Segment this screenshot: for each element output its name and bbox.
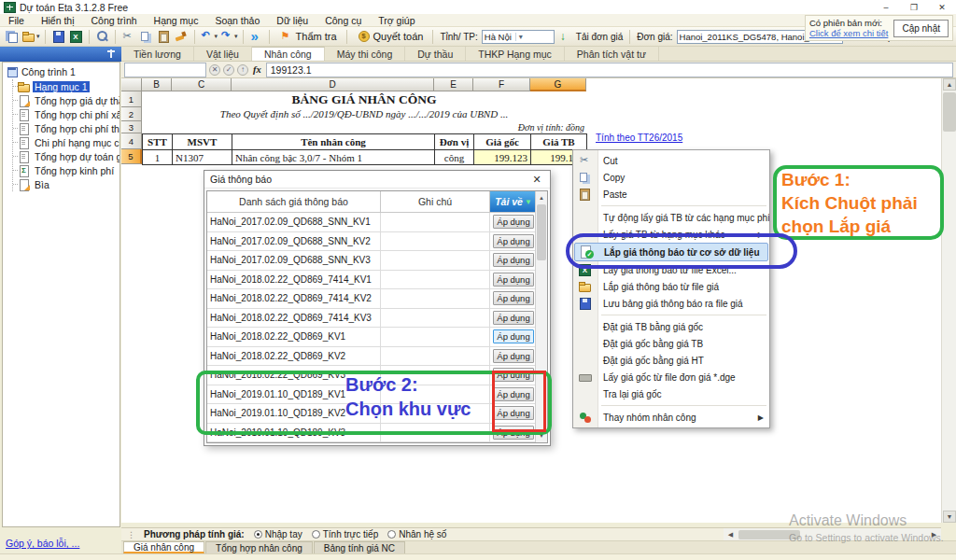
price-list-note[interactable] [381, 385, 490, 404]
province-combobox[interactable]: Hà Nội▾ [482, 30, 555, 44]
dialog-close-icon[interactable]: ✕ [529, 174, 544, 186]
scroll-right-icon[interactable]: ▶ [928, 529, 940, 540]
tree-item-goi-thau[interactable]: Tổng hợp dự toán gói thầu [13, 149, 120, 163]
open-button[interactable]: ▾ [21, 29, 40, 45]
cell-gia-goc[interactable]: 199.123 [474, 150, 531, 165]
price-list-note[interactable] [381, 404, 490, 423]
menu-item-cut[interactable]: Cut [573, 152, 769, 169]
workbook-tab[interactable]: Vật liệu [194, 47, 252, 61]
workbook-tab[interactable]: Phân tích vật tư [565, 47, 659, 61]
menubar-item[interactable]: Hạng mục [146, 15, 207, 26]
workbook-tab[interactable]: Máy thi công [325, 47, 406, 61]
paste-button[interactable] [156, 29, 172, 45]
column-header[interactable]: G [530, 78, 586, 91]
scroll-left-icon[interactable]: ◀ [724, 529, 737, 540]
menubar-item[interactable]: Hiển thị [33, 15, 83, 26]
column-header[interactable]: F [473, 78, 530, 91]
export-excel-button[interactable] [68, 29, 84, 45]
apply-button[interactable]: Áp dụng [493, 234, 534, 248]
tree-item-chi-phi-thiet-bi[interactable]: Tổng hợp chi phí thiết bị [13, 121, 120, 135]
tham-tra-button[interactable]: Thẩm tra [274, 29, 342, 45]
menu-item-luu-bang-gia[interactable]: Lưu bảng giá thông báo ra file giá [573, 295, 769, 312]
tree-item-kinh-phi[interactable]: Tổng hợp kinh phí [13, 163, 120, 177]
radio-nhap-tay[interactable]: Nhập tay [254, 529, 302, 539]
row-header[interactable]: 1 [121, 91, 142, 107]
horizontal-scrollbar[interactable]: ◀ ▶ [724, 527, 941, 540]
row-header[interactable]: 5 [121, 149, 142, 164]
col-tai-ve[interactable]: Tải về▼ [490, 191, 537, 212]
dialog-title-bar[interactable]: Giá thông báo ✕ [204, 171, 550, 189]
apply-button[interactable]: Áp dụng [493, 329, 534, 343]
price-list-name[interactable]: HaNoi_2017.02.09_QD688_SNN_KV1 [207, 213, 381, 231]
sheet-tab[interactable]: Giá nhân công [123, 541, 204, 553]
price-list-name[interactable]: HaNoi_2017.02.09_QD688_SNN_KV3 [207, 251, 381, 270]
header-cell-msvt[interactable]: MSVT [173, 134, 232, 150]
workbook-tab[interactable]: Tiền lương [121, 47, 194, 61]
menu-item-lap-gia-thong-bao-csdl[interactable]: Lắp giá thông báo từ cơ sở dữ liệu [574, 243, 768, 261]
feedback-link[interactable]: Góp ý, báo lỗi, ... [6, 538, 79, 549]
workbook-tab[interactable]: Nhân công [252, 47, 325, 61]
row-header[interactable]: 4 [121, 133, 142, 149]
tree-item-chi-phi-xay-dung[interactable]: Tổng hợp chi phí xây dựng [13, 107, 120, 121]
workbook-tab[interactable]: Dự thầu [405, 47, 466, 61]
menu-item-lay-gia-goc-tu-file-dge[interactable]: Lấy giá gốc từ file đơn giá *.dge [573, 369, 769, 385]
menubar-item[interactable]: Soạn thảo [206, 15, 268, 26]
pin-icon[interactable] [107, 49, 115, 59]
menu-item-copy[interactable]: Copy [573, 169, 769, 186]
row-header[interactable]: 3 [121, 121, 142, 133]
update-button[interactable]: Cập nhật [893, 20, 949, 37]
header-cell-stt[interactable]: STT [143, 134, 173, 150]
cell-don-vi[interactable]: công [435, 150, 474, 165]
menubar-item[interactable]: Trợ giúp [370, 15, 423, 26]
print-preview-button[interactable] [94, 29, 110, 45]
apply-button[interactable]: Áp dụng [493, 368, 534, 382]
apply-button[interactable]: Áp dụng [493, 311, 534, 325]
undo-button[interactable]: ▾ [200, 29, 218, 45]
price-list-name[interactable]: HaNoi_2018.02.22_QD869_7414_KV1 [207, 271, 381, 289]
maximize-button[interactable]: ❐ [900, 0, 928, 14]
price-list-name[interactable]: HaNoi_2018.02.22_QD869_KV2 [207, 347, 381, 366]
tt26-link[interactable]: Tính theo TT26/2015 [596, 133, 682, 143]
radio-tinh-truc-tiep[interactable]: Tính trực tiếp [312, 529, 379, 539]
price-list-note[interactable] [381, 271, 490, 289]
apply-button[interactable]: Áp dụng [493, 215, 534, 229]
row-header[interactable]: 2 [121, 107, 142, 121]
cut-button[interactable] [120, 29, 136, 45]
tree-item-hang-muc[interactable]: Hạng mục 1 [13, 79, 120, 93]
apply-button[interactable]: Áp dụng [493, 406, 534, 420]
close-button[interactable]: ✕ [928, 0, 956, 14]
price-list-note[interactable] [381, 289, 490, 308]
sheet-tab[interactable]: Bảng tính giá NC [314, 541, 405, 553]
price-list-note[interactable] [381, 347, 490, 366]
cell-msvt[interactable]: N1307 [173, 150, 232, 165]
apply-button[interactable]: Áp dụng [493, 387, 534, 401]
update-details-link[interactable]: Click để xem chi tiết [809, 28, 888, 38]
sheet-tab[interactable]: Tổng hợp nhân công [205, 541, 313, 553]
save-button[interactable] [50, 29, 66, 45]
confirm-icon[interactable]: ✓ [223, 64, 234, 76]
dialog-scroll-thumb[interactable] [537, 204, 546, 260]
expand-icon[interactable]: ↑ [237, 64, 248, 76]
apply-button[interactable]: Áp dụng [493, 253, 534, 267]
header-cell-ten[interactable]: Tên nhân công [232, 134, 435, 150]
tree-item-gia-du-thau[interactable]: Tổng hợp giá dự thầu [13, 93, 120, 107]
menubar-item[interactable]: Công cụ [316, 15, 370, 26]
price-list-name[interactable]: HaNoi_2018.02.22_QD869_7414_KV3 [207, 309, 381, 328]
quyet-toan-button[interactable]: Quyết toán [352, 29, 429, 45]
apply-button[interactable]: Áp dụng [493, 273, 534, 287]
formula-input[interactable]: 199123.1 [266, 63, 953, 77]
column-header[interactable]: D [232, 78, 434, 91]
cell-reference-box[interactable] [124, 63, 206, 77]
price-list-note[interactable] [381, 424, 490, 442]
price-list-name[interactable]: HaNoi_2018.02.22_QD869_KV1 [207, 328, 381, 346]
price-list-name[interactable]: HaNoi_2018.02.22_QD869_KV3 [207, 366, 381, 385]
price-list-note[interactable] [381, 232, 490, 251]
dialog-scrollbar[interactable]: ▲ ▼ [535, 191, 547, 442]
tree-node-project[interactable]: Công trình 1 [3, 65, 120, 79]
apply-button[interactable]: Áp dụng [493, 426, 534, 440]
price-list-note[interactable] [381, 309, 490, 328]
price-list-note[interactable] [381, 328, 490, 346]
menu-item-lay-gia-tb-hang-muc-khac[interactable]: Lấy giá TB từ hạng mục khác▶ [573, 226, 769, 243]
menu-item-dat-gia-goc-bang-gia-ht[interactable]: Đặt giá gốc bằng giá HT [573, 352, 769, 369]
scroll-down-icon[interactable]: ▼ [943, 511, 956, 523]
